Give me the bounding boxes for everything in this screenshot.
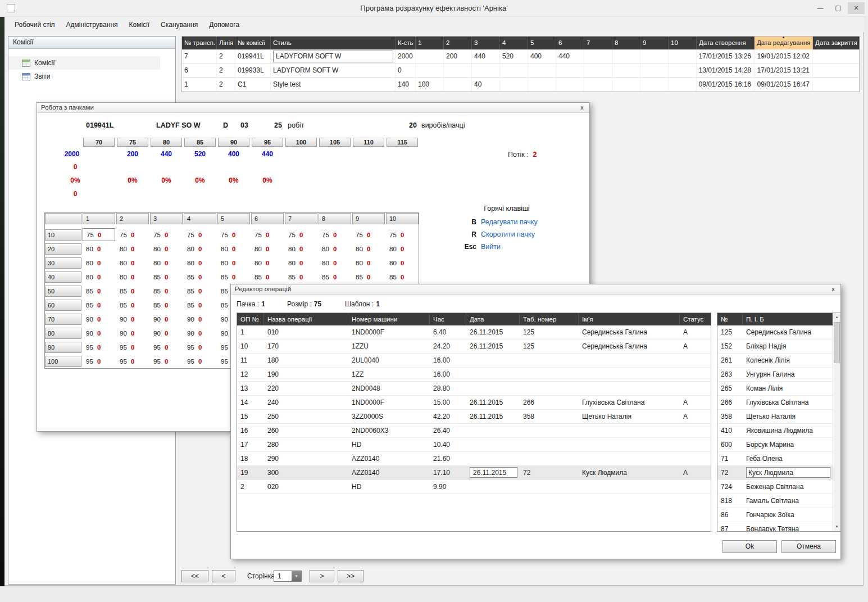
size-button-75[interactable]: 75 [117, 138, 148, 147]
cancel-button[interactable]: Отмена [781, 540, 836, 553]
packs-grid-row-button-50[interactable]: 50 [45, 286, 81, 297]
packs-grid-cell[interactable]: 900 [116, 313, 149, 325]
packs-grid-row-button-30[interactable]: 30 [45, 257, 81, 269]
packs-grid-cell[interactable]: 800 [83, 242, 115, 255]
packs-grid-cell[interactable]: 900 [83, 313, 115, 325]
commission-row[interactable]: 72019941LLADYFORM SOFT W2000200440520400… [182, 49, 859, 64]
size-button-105[interactable]: 105 [319, 138, 351, 147]
dropdown-arrow-icon[interactable]: ▼ [292, 571, 301, 581]
packs-grid-cell[interactable]: 800 [217, 256, 250, 269]
worker-row[interactable]: 87Бондарук Тетяна [717, 522, 840, 532]
hotkey-action-link[interactable]: Вийти [481, 243, 501, 251]
worker-row[interactable]: 86Гончарюк Зоїка [717, 508, 840, 522]
packs-grid-cell[interactable]: 750 [386, 228, 419, 241]
packs-grid-col-button-3[interactable]: 3 [150, 213, 183, 224]
packs-grid-cell[interactable]: 850 [116, 284, 149, 297]
tree-item-commissions[interactable]: Комісії [8, 56, 160, 70]
worker-row[interactable]: 358Щетько Наталія [717, 410, 840, 424]
packs-grid-cell[interactable]: 850 [83, 284, 115, 297]
main-table-col-header[interactable]: № комісії [235, 37, 271, 49]
worker-row[interactable]: 71Геба Олена [717, 452, 840, 466]
packs-grid-cell[interactable]: 850 [116, 298, 149, 311]
main-table-col-header[interactable]: 1 [416, 37, 444, 49]
size-button-95[interactable]: 95 [252, 138, 283, 147]
packs-grid-cell[interactable]: 800 [184, 242, 216, 255]
operation-row[interactable]: 101701ZZU24.2026.11.2015125Серединська Г… [237, 340, 711, 354]
packs-grid-row-button-20[interactable]: 20 [45, 243, 81, 255]
workers-col-header[interactable]: П. І. Б [743, 313, 833, 325]
packs-grid-cell[interactable]: 800 [319, 256, 351, 269]
size-button-85[interactable]: 85 [184, 138, 216, 147]
packs-grid-cell[interactable]: 800 [352, 242, 385, 255]
worker-row[interactable]: 261Колеснік Лілія [717, 354, 840, 368]
size-button-90[interactable]: 90 [218, 138, 249, 147]
packs-grid-cell[interactable]: 850 [150, 270, 183, 283]
packs-grid-cell[interactable]: 950 [116, 355, 149, 368]
worker-row[interactable]: 125Серединська Галина [717, 325, 840, 340]
size-button-100[interactable]: 100 [285, 138, 317, 147]
packs-grid-cell[interactable]: 850 [251, 270, 284, 283]
scroll-down-icon[interactable]: ▼ [833, 523, 840, 531]
main-table-col-header[interactable]: 7 [584, 37, 612, 49]
packs-grid-row-button-40[interactable]: 40 [45, 271, 81, 283]
packs-grid-cell[interactable]: 800 [285, 256, 317, 269]
operations-col-header[interactable]: Номер машини [348, 313, 430, 325]
packs-grid-cell[interactable]: 800 [285, 242, 317, 255]
main-table-col-header[interactable]: 10 [669, 37, 697, 49]
packs-grid-cell[interactable]: 750 [184, 228, 216, 241]
main-table-col-header[interactable]: 4 [500, 37, 528, 49]
operation-row[interactable]: 132202ND004828.80 [237, 382, 711, 396]
worker-row[interactable]: 724Беженар Світлана [717, 480, 840, 494]
main-table-col-header[interactable]: Дата створення [697, 37, 755, 49]
operation-row[interactable]: 19300AZZ014017.1026.11.201572Куєк Людмил… [237, 466, 711, 480]
close-button[interactable]: ✕ [848, 2, 865, 14]
operation-row[interactable]: 17280HD10.40 [237, 438, 711, 452]
packs-grid-cell[interactable]: 750 [150, 228, 183, 241]
style-edit-box[interactable]: LADYFORM SOFT W [273, 51, 393, 62]
packs-grid-cell[interactable]: 950 [184, 341, 216, 354]
main-table-col-header[interactable]: № трансп. [182, 37, 217, 49]
operations-col-header[interactable]: Час [430, 313, 466, 325]
packs-grid-row-button-60[interactable]: 60 [45, 300, 81, 311]
main-table-col-header[interactable]: 9 [640, 37, 669, 49]
scrollbar-thumb[interactable] [834, 322, 840, 363]
worker-row[interactable]: 410Яковишина Людмила [717, 424, 840, 438]
packs-grid-cell[interactable]: 800 [251, 242, 284, 255]
size-button-110[interactable]: 110 [353, 138, 384, 147]
packs-grid-cell[interactable]: 750 [319, 228, 351, 241]
titlebar[interactable]: Програма розрахунку ефективності 'Арніка… [0, 0, 868, 17]
packs-grid-cell[interactable]: 950 [83, 341, 115, 354]
packs-grid-cell[interactable]: 750 [251, 228, 284, 241]
packs-grid-cell[interactable]: 850 [184, 270, 216, 283]
maximize-button[interactable]: ▢ [830, 2, 847, 14]
packs-grid-cell[interactable]: 900 [150, 313, 183, 325]
menu-item-3[interactable]: Сканування [155, 19, 203, 31]
packs-grid-cell[interactable]: 800 [184, 256, 216, 269]
tree-item-reports[interactable]: Звіти [8, 70, 175, 83]
main-table-col-header[interactable]: 3 [472, 37, 500, 49]
packs-grid-col-button-1[interactable]: 1 [83, 213, 115, 224]
prev-page-button[interactable]: < [212, 570, 235, 582]
worker-row[interactable]: 818Гамаль Світлана [717, 494, 840, 508]
packs-grid-cell[interactable]: 850 [184, 284, 216, 297]
packs-grid-cell[interactable]: 950 [83, 355, 115, 368]
packs-grid-cell[interactable]: 800 [319, 242, 351, 255]
hotkey-action-link[interactable]: Редагувати пачку [481, 218, 538, 226]
operations-col-header[interactable]: Назва операції [264, 313, 348, 325]
packs-grid-col-button-9[interactable]: 9 [352, 213, 385, 224]
packs-grid-cell[interactable]: 900 [184, 313, 216, 325]
operation-row[interactable]: 10101ND0000F6.4026.11.2015125Серединська… [237, 325, 711, 340]
packs-grid-cell[interactable]: 950 [184, 355, 216, 368]
main-table-col-header[interactable]: К-сть [396, 37, 416, 49]
main-table-col-header[interactable]: 5 [528, 37, 556, 49]
packs-grid-cell[interactable]: 750 [352, 228, 385, 241]
operations-col-header[interactable]: Статус [680, 313, 711, 325]
menu-item-4[interactable]: Допомога [203, 19, 245, 31]
packs-grid-col-button-4[interactable]: 4 [184, 213, 216, 224]
menu-item-2[interactable]: Комісії [124, 19, 156, 31]
packs-grid-row-button-10[interactable]: 10 [45, 229, 81, 241]
next-page-button[interactable]: > [310, 570, 334, 582]
packs-dialog-close-icon[interactable]: x [578, 103, 587, 112]
menu-item-0[interactable]: Робочий стіл [9, 19, 61, 31]
worker-row[interactable]: 263Унгурян Галина [717, 368, 840, 382]
